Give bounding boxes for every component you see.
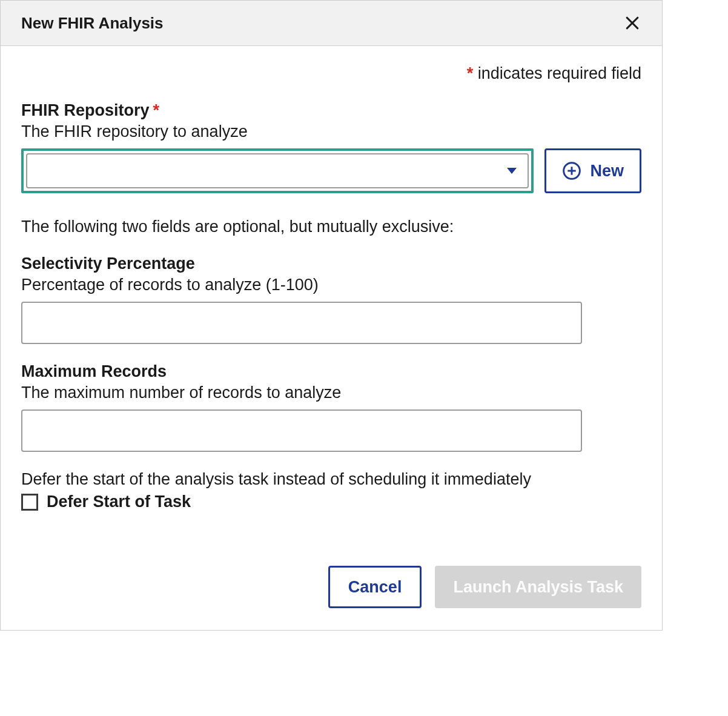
maximum-records-input[interactable] (21, 409, 582, 452)
fhir-repository-label: FHIR Repository * (21, 101, 641, 120)
cancel-button[interactable]: Cancel (328, 566, 422, 608)
new-fhir-analysis-dialog: New FHIR Analysis * indicates required f… (0, 0, 663, 631)
defer-task-description: Defer the start of the analysis task ins… (21, 470, 641, 489)
defer-task-field: Defer the start of the analysis task ins… (21, 470, 641, 511)
fhir-repository-row: New (21, 148, 641, 193)
fhir-repository-label-text: FHIR Repository (21, 101, 150, 120)
defer-task-checkbox[interactable] (21, 494, 38, 511)
maximum-records-description: The maximum number of records to analyze (21, 383, 641, 402)
close-icon (623, 14, 641, 32)
selectivity-percentage-label: Selectivity Percentage (21, 254, 641, 273)
selectivity-label-text: Selectivity Percentage (21, 254, 195, 273)
plus-circle-icon (562, 161, 581, 181)
maximum-records-field: Maximum Records The maximum number of re… (21, 362, 641, 452)
maximum-records-label: Maximum Records (21, 362, 641, 381)
chevron-down-icon (507, 168, 517, 174)
dialog-header: New FHIR Analysis (1, 1, 662, 46)
dialog-body: * indicates required field FHIR Reposito… (1, 46, 662, 535)
close-button[interactable] (621, 12, 644, 35)
dialog-footer: Cancel Launch Analysis Task (1, 535, 662, 630)
defer-task-checkbox-label: Defer Start of Task (47, 492, 191, 511)
dialog-title: New FHIR Analysis (21, 14, 164, 33)
defer-task-checkbox-row: Defer Start of Task (21, 492, 641, 511)
selectivity-percentage-field: Selectivity Percentage Percentage of rec… (21, 254, 641, 344)
fhir-repository-select[interactable] (26, 153, 529, 188)
required-field-note: * indicates required field (21, 64, 641, 83)
max-records-label-text: Maximum Records (21, 362, 167, 381)
required-asterisk: * (153, 101, 160, 120)
required-note-text: indicates required field (473, 64, 641, 82)
new-button-label: New (590, 162, 624, 181)
fhir-repository-field: FHIR Repository * The FHIR repository to… (21, 101, 641, 193)
fhir-repository-select-focus-ring (21, 148, 534, 193)
launch-analysis-task-button[interactable]: Launch Analysis Task (435, 566, 641, 608)
optional-fields-note: The following two fields are optional, b… (21, 217, 641, 236)
selectivity-percentage-input[interactable] (21, 302, 582, 344)
selectivity-percentage-description: Percentage of records to analyze (1-100) (21, 276, 641, 294)
fhir-repository-description: The FHIR repository to analyze (21, 122, 641, 141)
launch-button-label: Launch Analysis Task (453, 578, 623, 597)
new-repository-button[interactable]: New (544, 148, 641, 193)
cancel-button-label: Cancel (348, 578, 402, 597)
required-asterisk: * (467, 64, 474, 82)
